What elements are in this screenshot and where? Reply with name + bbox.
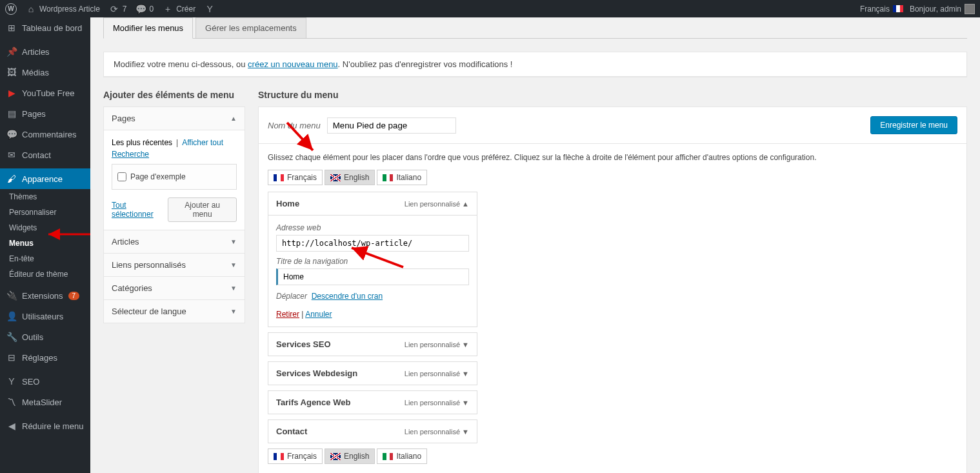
- mi-title: Home: [276, 199, 299, 208]
- mi-title: Tarifs Agence Web: [276, 398, 350, 407]
- subtab-search[interactable]: Recherche: [112, 150, 149, 159]
- submenu-menus[interactable]: Menus: [0, 236, 90, 251]
- menu-name-label: Nom du menu: [268, 121, 321, 130]
- nav-title-label: Titre de la navigation: [276, 257, 469, 266]
- chevron-down-icon: ▼: [462, 428, 469, 436]
- flag-fr-icon: [274, 174, 284, 181]
- menu-item-home[interactable]: HomeLien personnalisé ▲ Adresse web Titr…: [268, 192, 477, 327]
- sliders-icon: ⊟: [6, 352, 17, 363]
- notice-box: Modifiez votre menu ci-dessous, ou créez…: [103, 52, 967, 77]
- url-input[interactable]: [276, 235, 469, 252]
- update-icon: ⟳: [109, 4, 119, 14]
- panel-langsel-head[interactable]: Sélecteur de langue▼: [104, 300, 245, 323]
- nav-tabs: Modifier les menus Gérer les emplacement…: [103, 17, 967, 39]
- tab-edit-menus[interactable]: Modifier les menus: [103, 17, 193, 39]
- subtab-viewall[interactable]: Afficher tout: [182, 138, 223, 147]
- chevron-up-icon: ▲: [462, 200, 469, 208]
- submenu-customize[interactable]: Personnaliser: [0, 205, 90, 220]
- lang-tab-fr[interactable]: Français: [268, 170, 323, 185]
- admin-bar: W ⌂Wordpress Article ⟳7 💬0 +Créer Y Fran…: [0, 0, 980, 17]
- add-elements-title: Ajouter des éléments de menu: [103, 90, 245, 100]
- lang-tab-it[interactable]: Italiano: [377, 170, 427, 185]
- structure-title: Structure du menu: [258, 90, 967, 100]
- menu-item-tarifs[interactable]: Tarifs Agence WebLien personnalisé ▼: [268, 390, 477, 414]
- chevron-down-icon: ▼: [230, 285, 237, 292]
- menu-collapse[interactable]: ◀Réduire le menu: [0, 416, 90, 436]
- flag-it-icon: [383, 174, 393, 181]
- lang-tab-en-bottom[interactable]: English: [325, 448, 375, 464]
- chevron-down-icon: ▼: [230, 308, 237, 315]
- site-link[interactable]: ⌂Wordpress Article: [26, 4, 100, 14]
- move-down-link[interactable]: Descendre d'un cran: [312, 292, 383, 301]
- select-all-link[interactable]: Tout sélectionner: [112, 201, 168, 219]
- save-menu-button[interactable]: Enregistrer le menu: [870, 116, 957, 134]
- menu-name-input[interactable]: [327, 117, 456, 134]
- menu-users[interactable]: 👤Utilisateurs: [0, 306, 90, 327]
- chevron-up-icon: ▲: [230, 115, 237, 122]
- flag-en-icon: [330, 453, 341, 460]
- panel-pages-head[interactable]: Pages▲: [104, 107, 245, 130]
- wp-logo[interactable]: W: [5, 3, 17, 15]
- submenu-widgets[interactable]: Widgets: [0, 220, 90, 236]
- lang-tab-it-bottom[interactable]: Italiano: [377, 448, 427, 464]
- nav-title-input[interactable]: [276, 268, 469, 285]
- menu-item-contact[interactable]: ContactLien personnalisé ▼: [268, 419, 477, 443]
- flag-it-icon: [383, 453, 393, 460]
- chevron-down-icon: ▼: [462, 399, 469, 407]
- submenu-header[interactable]: En-tête: [0, 251, 90, 267]
- remove-link[interactable]: Retirer: [276, 310, 299, 319]
- flag-en-icon: [330, 174, 341, 181]
- menu-plugins[interactable]: 🔌Extensions 7: [0, 285, 90, 306]
- mi-title: Contact: [276, 427, 307, 436]
- plugin-badge: 7: [68, 292, 80, 300]
- brush-icon: 🖌: [6, 174, 17, 184]
- chevron-down-icon: ▼: [462, 341, 469, 348]
- metaslider-icon: 〽: [6, 397, 17, 407]
- lang-switch[interactable]: Français: [860, 5, 903, 14]
- menu-settings[interactable]: ⊟Réglages: [0, 347, 90, 368]
- menu-pages[interactable]: ▤Pages: [0, 103, 90, 124]
- menu-articles[interactable]: 📌Articles: [0, 41, 90, 62]
- plugin-icon: 🔌: [6, 290, 17, 301]
- chevron-down-icon: ▼: [230, 238, 237, 245]
- lang-tab-en[interactable]: English: [325, 170, 375, 185]
- mail-icon: ✉: [6, 150, 17, 160]
- lang-tab-fr-bottom[interactable]: Français: [268, 448, 323, 464]
- menu-appearance[interactable]: 🖌Apparence: [0, 168, 90, 189]
- menu-tools[interactable]: 🔧Outils: [0, 327, 90, 347]
- menu-item-services-seo[interactable]: Services SEOLien personnalisé ▼: [268, 332, 477, 356]
- chevron-down-icon: ▼: [462, 370, 469, 377]
- menu-metaslider[interactable]: 〽MetaSlider: [0, 392, 90, 412]
- wrench-icon: 🔧: [6, 332, 17, 342]
- new-link[interactable]: +Créer: [163, 4, 195, 14]
- page-sample-row[interactable]: Page d'exemple: [117, 172, 231, 181]
- user-icon: 👤: [6, 311, 17, 321]
- cancel-link[interactable]: Annuler: [305, 310, 332, 319]
- tab-manage-locations[interactable]: Gérer les emplacements: [195, 17, 306, 39]
- panel-categories-head[interactable]: Catégories▼: [104, 277, 245, 299]
- youtube-icon: ▶: [6, 88, 17, 98]
- yoast-link[interactable]: Y: [205, 4, 215, 14]
- updates-link[interactable]: ⟳7: [109, 4, 127, 14]
- menu-dashboard[interactable]: ⊞Tableau de bord: [0, 17, 90, 38]
- menu-seo[interactable]: YSEO: [0, 371, 90, 392]
- menu-media[interactable]: 🖾Médias: [0, 62, 90, 83]
- flag-fr-icon: [893, 5, 903, 12]
- menu-youtube[interactable]: ▶YouTube Free: [0, 83, 90, 103]
- panel-links-head[interactable]: Liens personnalisés▼: [104, 254, 245, 276]
- create-menu-link[interactable]: créez un nouveau menu: [248, 59, 337, 69]
- submenu-themes[interactable]: Thèmes: [0, 189, 90, 205]
- menu-item-services-webdesign[interactable]: Services WebdesignLien personnalisé ▼: [268, 361, 477, 385]
- subtab-recent[interactable]: Les plus récentes: [112, 138, 172, 147]
- mi-title: Services Webdesign: [276, 368, 357, 378]
- account-link[interactable]: Bonjour, admin: [910, 4, 975, 14]
- add-to-menu-button[interactable]: Ajouter au menu: [168, 197, 237, 222]
- comments-link[interactable]: 💬0: [136, 4, 154, 14]
- panel-articles-head[interactable]: Articles▼: [104, 230, 245, 253]
- menu-comments[interactable]: 💬Commentaires: [0, 124, 90, 145]
- admin-sidebar: ⊞Tableau de bord 📌Articles 🖾Médias ▶YouT…: [0, 17, 90, 473]
- page-sample-checkbox[interactable]: [117, 172, 126, 181]
- comment-icon: 💬: [136, 4, 146, 14]
- submenu-editor[interactable]: Éditeur de thème: [0, 267, 90, 282]
- menu-contact[interactable]: ✉Contact: [0, 145, 90, 165]
